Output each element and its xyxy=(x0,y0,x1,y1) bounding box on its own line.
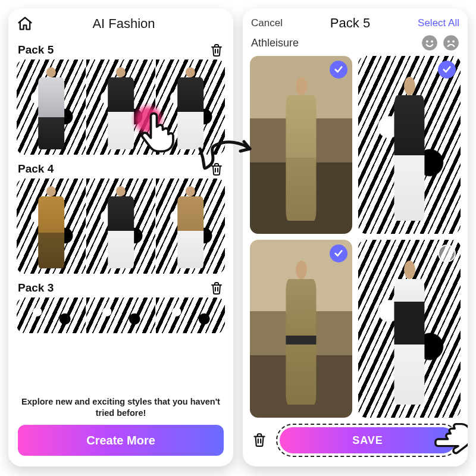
delete-pack-button[interactable] xyxy=(209,162,224,176)
pack-title: Pack 4 xyxy=(18,162,54,176)
trash-icon xyxy=(209,162,224,176)
create-more-button[interactable]: Create More xyxy=(18,425,224,456)
pack-thumbnails[interactable] xyxy=(17,60,225,155)
select-all-button[interactable]: Select All xyxy=(418,17,459,29)
trash-icon xyxy=(252,432,267,447)
pack-item[interactable]: Pack 5 xyxy=(17,43,225,155)
svg-point-5 xyxy=(452,40,455,43)
thumbnail[interactable] xyxy=(86,298,155,333)
thumbnail[interactable] xyxy=(17,60,86,155)
smile-icon[interactable] xyxy=(421,35,438,51)
svg-point-0 xyxy=(422,35,437,51)
selection-check-icon[interactable] xyxy=(438,61,456,79)
thumbnail[interactable] xyxy=(17,178,86,274)
image-tile[interactable] xyxy=(358,56,461,234)
delete-pack-button[interactable] xyxy=(209,281,224,295)
svg-point-4 xyxy=(447,40,450,43)
page-title: Pack 5 xyxy=(330,15,370,31)
thumbnail[interactable] xyxy=(17,298,86,333)
thumbnail[interactable] xyxy=(155,60,225,155)
pack-thumbnails[interactable] xyxy=(17,178,225,274)
pack-header: Pack 4 xyxy=(17,162,225,178)
selection-check-icon[interactable] xyxy=(438,245,456,262)
pack-title: Pack 3 xyxy=(18,281,54,295)
delete-selected-button[interactable] xyxy=(251,432,268,449)
right-footer: SAVE xyxy=(243,418,468,466)
trash-icon xyxy=(209,281,224,295)
trash-icon xyxy=(209,43,224,57)
feedback-buttons xyxy=(421,35,459,51)
selection-check-icon[interactable] xyxy=(330,61,347,79)
left-footer: Explore new and exciting styles that you… xyxy=(8,392,233,466)
pack-header: Pack 5 xyxy=(17,43,225,60)
frown-icon[interactable] xyxy=(443,35,459,51)
selection-check-icon[interactable] xyxy=(330,245,347,262)
svg-point-3 xyxy=(443,35,459,51)
thumbnail[interactable] xyxy=(155,298,225,333)
image-tile[interactable] xyxy=(250,56,352,234)
pack-item[interactable]: Pack 4 xyxy=(17,162,225,274)
right-phone: Cancel Pack 5 Select All Athleisure xyxy=(243,8,468,466)
image-grid xyxy=(243,56,468,418)
pack-title: Pack 5 xyxy=(18,43,54,57)
image-tile[interactable] xyxy=(250,240,352,418)
page-title: AI Fashion xyxy=(23,16,225,32)
thumbnail[interactable] xyxy=(155,178,225,274)
left-header: AI Fashion xyxy=(8,8,233,36)
hand-pointer-icon xyxy=(427,421,468,465)
thumbnail[interactable] xyxy=(86,178,155,274)
pack-list[interactable]: Pack 5 Pack 4 xyxy=(8,36,233,392)
right-header: Cancel Pack 5 Select All xyxy=(243,8,468,33)
pack-item[interactable]: Pack 3 xyxy=(17,281,225,333)
category-row: Athleisure xyxy=(243,33,468,56)
thumbnail[interactable] xyxy=(86,60,155,155)
pack-header: Pack 3 xyxy=(17,281,225,298)
footer-message: Explore new and exciting styles that you… xyxy=(18,396,224,419)
delete-pack-button[interactable] xyxy=(209,43,224,57)
pack-thumbnails[interactable] xyxy=(17,298,225,333)
cancel-button[interactable]: Cancel xyxy=(251,17,283,29)
image-tile[interactable] xyxy=(358,240,461,418)
svg-point-2 xyxy=(431,40,433,43)
category-label: Athleisure xyxy=(251,37,299,49)
svg-point-1 xyxy=(426,40,428,43)
left-phone: AI Fashion Pack 5 Pack 4 xyxy=(8,8,233,466)
